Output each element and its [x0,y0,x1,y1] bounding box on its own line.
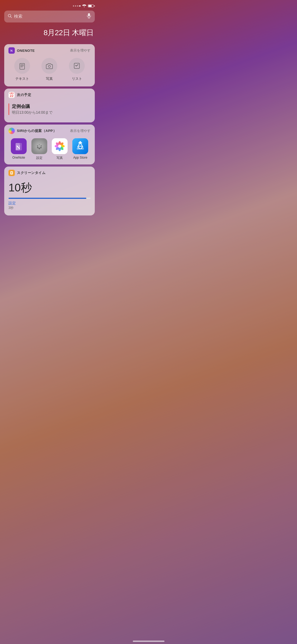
siri-app-settings[interactable]: 設定 [31,138,47,160]
calendar-app-icon: 木曜日 22 [8,92,15,98]
calendar-event[interactable]: 定例会議 明日13:00から14:00まで [8,101,91,117]
siri-appstore-icon [72,138,88,154]
date-header: 8月22日 木曜日 [0,25,99,42]
event-title: 定例会議 [12,103,53,109]
siri-app-appstore[interactable]: App Store [72,138,88,160]
onenote-widget-header: N ONENOTE 表示を増やす [4,44,95,56]
event-time: 明日13:00から14:00まで [12,110,53,115]
screentime-detail-time: 3秒 [8,206,91,210]
status-bar [0,0,99,10]
signal-dots [73,5,81,7]
svg-rect-7 [20,63,25,69]
onenote-more-button[interactable]: 表示を増やす [70,48,91,53]
onenote-photo-label: 写真 [46,76,53,81]
svg-point-28 [58,145,61,148]
onenote-photo-action[interactable]: 写真 [41,58,57,81]
siri-app-photos[interactable]: 写真 [52,138,68,160]
svg-point-18 [38,145,41,148]
siri-widget-header: SIRIからの提案（APP） 表示を増やす [4,125,95,136]
screentime-widget: スクリーンタイム 10秒 設定 3秒 [4,167,95,215]
siri-apps-row: N OneNote [4,136,95,164]
siri-settings-icon [31,138,47,154]
svg-text:N: N [16,144,20,151]
svg-rect-2 [88,13,90,16]
onenote-app-name: ONENOTE [17,49,35,53]
screentime-widget-header: スクリーンタイム [4,167,95,178]
screentime-detail-app[interactable]: 設定 [8,201,91,206]
event-details: 定例会議 明日13:00から14:00まで [12,103,53,115]
siri-more-button[interactable]: 表示を増やす [70,128,91,133]
signal-dot-3 [77,5,78,7]
calendar-icon-day-num: 22 [10,94,13,98]
onenote-header-left: N ONENOTE [8,47,35,54]
onenote-camera-icon [41,58,57,74]
calendar-app-name: 次の予定 [17,93,31,97]
microphone-icon[interactable] [87,13,91,20]
siri-app-onenote[interactable]: N OneNote [11,138,27,160]
screentime-widget-body: 10秒 設定 3秒 [4,178,95,215]
onenote-text-label: テキスト [15,76,29,81]
search-icon [8,14,12,19]
siri-appstore-label: App Store [73,156,87,159]
screentime-progress-fill [8,198,86,199]
calendar-widget-header: 木曜日 22 次の予定 [4,89,95,100]
svg-text:N: N [10,49,13,53]
onenote-widget: N ONENOTE 表示を増やす テキスト [4,44,95,86]
siri-suggestions-widget: SIRIからの提案（APP） 表示を増やす N OneNote [4,125,95,164]
signal-dot-4 [79,5,81,7]
siri-onenote-label: OneNote [12,156,25,159]
siri-photos-label: 写真 [56,156,63,160]
signal-dot-2 [75,5,76,7]
siri-settings-label: 設定 [36,156,43,160]
signal-dot-1 [73,5,74,7]
calendar-header-left: 木曜日 22 次の予定 [8,92,31,98]
onenote-text-action[interactable]: テキスト [14,58,30,81]
svg-line-1 [11,17,12,18]
screentime-progress-bar [8,198,91,199]
onenote-app-icon: N [8,47,15,54]
battery-icon [88,4,95,7]
event-color-bar [8,103,9,115]
onenote-widget-body: テキスト 写真 リスト [4,56,95,86]
siri-photos-icon [52,138,68,154]
onenote-list-action[interactable]: リスト [69,58,85,81]
onenote-list-label: リスト [72,76,82,81]
screentime-time-display: 10秒 [8,180,91,195]
search-bar[interactable]: 検索 [4,11,95,22]
onenote-list-icon [69,58,85,74]
siri-app-name: SIRIからの提案（APP） [17,128,56,133]
onenote-text-icon [14,58,30,74]
screentime-header-left: スクリーンタイム [8,170,45,176]
siri-onenote-icon: N [11,138,27,154]
calendar-widget-body: 定例会議 明日13:00から14:00まで [4,100,95,122]
siri-icon [8,128,15,134]
svg-point-11 [48,65,50,67]
screentime-app-icon [8,170,15,176]
screentime-app-name: スクリーンタイム [17,171,45,175]
siri-header-left: SIRIからの提案（APP） [8,128,56,134]
wifi-icon [82,4,86,8]
search-placeholder: 検索 [14,14,85,19]
calendar-widget: 木曜日 22 次の予定 定例会議 明日13:00から14:00まで [4,89,95,122]
